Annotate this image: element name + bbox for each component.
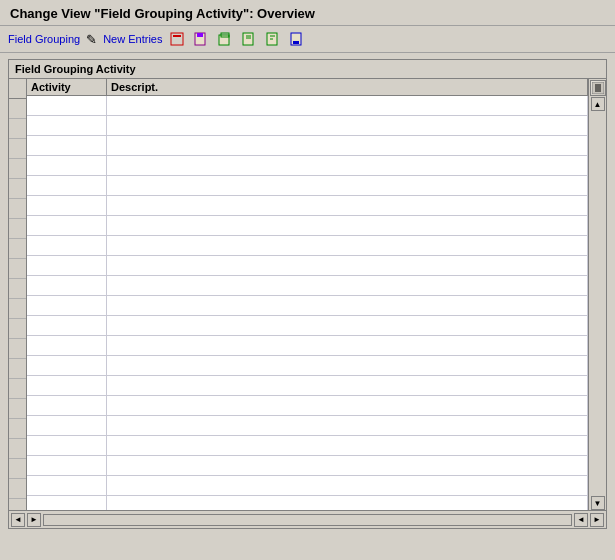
- row-num-5[interactable]: [9, 179, 26, 199]
- row-num-6[interactable]: [9, 199, 26, 219]
- row-num-1[interactable]: [9, 99, 26, 119]
- svg-rect-0: [171, 33, 183, 45]
- row-num-3[interactable]: [9, 139, 26, 159]
- hscroll-left2-button[interactable]: ◄: [574, 513, 588, 527]
- row-num-14[interactable]: [9, 359, 26, 379]
- table-row[interactable]: [27, 456, 588, 476]
- col-header-activity: Activity: [27, 79, 107, 95]
- grid-info-icon[interactable]: [590, 80, 606, 96]
- row-num-20[interactable]: [9, 479, 26, 499]
- svg-rect-13: [293, 41, 299, 44]
- row-num-10[interactable]: [9, 279, 26, 299]
- table-row[interactable]: [27, 396, 588, 416]
- row-num-16[interactable]: [9, 399, 26, 419]
- main-area: Field Grouping Activity: [8, 59, 607, 529]
- table-row[interactable]: [27, 156, 588, 176]
- row-num-9[interactable]: [9, 259, 26, 279]
- row-num-7[interactable]: [9, 219, 26, 239]
- table-row[interactable]: [27, 336, 588, 356]
- scroll-up-button[interactable]: ▲: [591, 97, 605, 111]
- table-row[interactable]: [27, 296, 588, 316]
- row-num-12[interactable]: [9, 319, 26, 339]
- hscroll-right-button[interactable]: ►: [27, 513, 41, 527]
- svg-rect-3: [197, 33, 203, 37]
- row-num-8[interactable]: [9, 239, 26, 259]
- table-row[interactable]: [27, 176, 588, 196]
- col-header-descript: Descript.: [107, 79, 588, 95]
- scroll-track-v: [591, 111, 605, 496]
- row-num-21[interactable]: [9, 499, 26, 510]
- table-row[interactable]: [27, 356, 588, 376]
- toolbar: Field Grouping ✎ New Entries: [0, 26, 615, 53]
- row-num-15[interactable]: [9, 379, 26, 399]
- toolbar-icon-3[interactable]: [216, 30, 234, 48]
- header-row-num: [9, 79, 26, 99]
- row-num-17[interactable]: [9, 419, 26, 439]
- hscroll-right2-button[interactable]: ►: [590, 513, 604, 527]
- svg-rect-1: [173, 35, 181, 37]
- toolbar-icon-4[interactable]: [240, 30, 258, 48]
- table-row[interactable]: [27, 216, 588, 236]
- table-row[interactable]: [27, 116, 588, 136]
- toolbar-icon-5[interactable]: [264, 30, 282, 48]
- table-row[interactable]: [27, 416, 588, 436]
- table-row[interactable]: [27, 96, 588, 116]
- svg-rect-14: [592, 82, 604, 94]
- hscroll-right-buttons: ◄ ►: [574, 513, 604, 527]
- table-row[interactable]: [27, 236, 588, 256]
- toolbar-icon-6[interactable]: [288, 30, 306, 48]
- scroll-down-button[interactable]: ▼: [591, 496, 605, 510]
- bottom-scrollbar: ◄ ► ◄ ►: [9, 510, 606, 528]
- toolbar-icon-1[interactable]: [168, 30, 186, 48]
- row-num-19[interactable]: [9, 459, 26, 479]
- table-wrapper: Activity Descript.: [27, 79, 588, 510]
- table-row[interactable]: [27, 436, 588, 456]
- pencil-icon: ✎: [86, 32, 97, 47]
- row-num-4[interactable]: [9, 159, 26, 179]
- panel-content: Activity Descript.: [9, 79, 606, 510]
- right-panel: ▲ ▼: [588, 79, 606, 510]
- panel: Field Grouping Activity: [8, 59, 607, 529]
- table-row[interactable]: [27, 136, 588, 156]
- page-title: Change View "Field Grouping Activity": O…: [10, 6, 315, 21]
- panel-title: Field Grouping Activity: [9, 60, 606, 79]
- table-row[interactable]: [27, 196, 588, 216]
- new-entries-link[interactable]: New Entries: [103, 33, 162, 45]
- row-num-18[interactable]: [9, 439, 26, 459]
- title-bar: Change View "Field Grouping Activity": O…: [0, 0, 615, 26]
- hscroll-left-button[interactable]: ◄: [11, 513, 25, 527]
- row-numbers: [9, 79, 27, 510]
- table-row[interactable]: [27, 316, 588, 336]
- toolbar-icon-2[interactable]: [192, 30, 210, 48]
- svg-rect-6: [243, 33, 253, 45]
- table-row[interactable]: [27, 256, 588, 276]
- row-num-11[interactable]: [9, 299, 26, 319]
- table-row[interactable]: [27, 496, 588, 510]
- hscroll-track[interactable]: [43, 514, 572, 526]
- table-header: Activity Descript.: [27, 79, 588, 96]
- row-num-13[interactable]: [9, 339, 26, 359]
- table-row[interactable]: [27, 476, 588, 496]
- table-body: [27, 96, 588, 510]
- row-num-2[interactable]: [9, 119, 26, 139]
- field-grouping-link[interactable]: Field Grouping: [8, 33, 80, 45]
- table-row[interactable]: [27, 376, 588, 396]
- table-row[interactable]: [27, 276, 588, 296]
